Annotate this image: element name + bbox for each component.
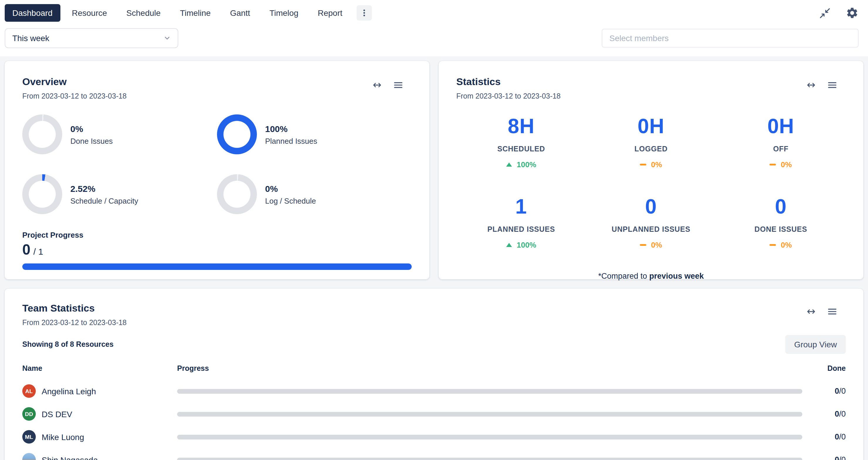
overview-title: Overview — [22, 76, 127, 88]
resource-name: Shin Nagasada — [42, 455, 98, 460]
table-row: ML Mike Luong 0/0 — [22, 425, 846, 448]
donut-schedule-capacity: 2.52% Schedule / Capacity — [22, 174, 217, 214]
done-count: 0/0 — [812, 432, 846, 441]
main-tabs: Dashboard Resource Schedule Timeline Gan… — [5, 4, 372, 22]
table-row: AL Angelina Leigh 0/0 — [22, 379, 846, 402]
overview-date-range: From 2023-03-12 to 2023-03-18 — [22, 92, 127, 100]
project-progress-label: Project Progress — [22, 231, 412, 239]
progress-track — [177, 457, 802, 460]
vertical-ellipsis-icon — [360, 8, 369, 18]
resource-name: Angelina Leigh — [42, 386, 96, 396]
top-nav-actions — [819, 6, 859, 19]
project-progress-fill — [22, 264, 412, 270]
donut-value: 0% — [70, 123, 113, 133]
trend-icon — [770, 164, 776, 165]
avatar: AL — [22, 384, 36, 398]
stat-label: UNPLANNED ISSUES — [586, 225, 716, 234]
widget-menu-button[interactable] — [393, 80, 403, 90]
stat-scheduled: 8H SCHEDULED 100% — [456, 115, 586, 169]
donut-label: Planned Issues — [265, 136, 317, 145]
avatar: ML — [22, 430, 36, 443]
project-progress-bar — [22, 264, 412, 270]
app-root: Dashboard Resource Schedule Timeline Gan… — [0, 0, 868, 460]
tab-timelog[interactable]: Timelog — [262, 4, 306, 22]
trend-icon — [506, 162, 512, 166]
stat-value: 0H — [716, 115, 846, 138]
statistics-card: Statistics From 2023-03-12 to 2023-03-18 — [439, 61, 863, 279]
done-count: 0/0 — [812, 409, 846, 418]
resize-widget-button[interactable] — [806, 80, 816, 90]
stat-value: 0 — [716, 195, 846, 218]
period-select[interactable]: This week — [5, 28, 178, 48]
stat-delta: 0% — [586, 241, 716, 249]
stat-delta: 100% — [456, 241, 586, 249]
donut-chart — [22, 174, 62, 214]
team-table: Name Progress Done AL Angelina Leigh 0/0… — [22, 360, 846, 460]
stat-logged: 0H LOGGED 0% — [586, 115, 716, 169]
donut-planned-issues: 100% Planned Issues — [217, 115, 412, 154]
done-count: 0/0 — [812, 455, 846, 460]
chevron-down-icon — [162, 33, 172, 43]
donut-label: Log / Schedule — [265, 196, 316, 205]
tab-report[interactable]: Report — [310, 4, 350, 22]
widget-menu-button[interactable] — [827, 80, 837, 90]
donut-log-schedule: 0% Log / Schedule — [217, 174, 412, 214]
hamburger-menu-icon — [827, 80, 837, 90]
horizontal-arrows-icon — [806, 80, 816, 90]
donut-value: 100% — [265, 123, 317, 133]
progress-done-count: 0 — [22, 241, 31, 257]
stat-value: 0H — [586, 115, 716, 138]
overview-donut-grid: 0% Done Issues 100% Planned Issues 2.52%… — [22, 115, 412, 214]
stat-value: 8H — [456, 115, 586, 138]
resize-widget-button[interactable] — [806, 306, 816, 317]
tab-gantt[interactable]: Gantt — [222, 4, 258, 22]
collapse-button[interactable] — [819, 7, 831, 19]
select-members-input[interactable] — [602, 29, 859, 48]
stat-label: PLANNED ISSUES — [456, 225, 586, 234]
team-statistics-title: Team Statistics — [22, 303, 127, 314]
group-view-button[interactable]: Group View — [785, 335, 846, 354]
avatar: DD — [22, 407, 36, 421]
tab-timeline[interactable]: Timeline — [173, 4, 218, 22]
tab-dashboard[interactable]: Dashboard — [5, 4, 60, 22]
resize-widget-button[interactable] — [372, 80, 382, 90]
stat-value: 1 — [456, 195, 586, 218]
stat-label: LOGGED — [586, 145, 716, 153]
stat-planned-issues: 1 PLANNED ISSUES 100% — [456, 195, 586, 249]
team-date-range: From 2023-03-12 to 2023-03-18 — [22, 318, 127, 327]
project-progress-count: 0/ 1 — [22, 241, 412, 258]
column-header-progress: Progress — [177, 364, 802, 373]
settings-button[interactable] — [846, 6, 859, 19]
filter-bar: This week — [0, 26, 868, 56]
comparison-footnote: *Compared to previous week — [456, 272, 846, 280]
horizontal-arrows-icon — [806, 306, 816, 317]
tab-resource[interactable]: Resource — [64, 4, 115, 22]
horizontal-arrows-icon — [372, 80, 382, 90]
stat-delta: 0% — [716, 241, 846, 249]
column-header-name: Name — [22, 364, 168, 373]
trend-icon — [640, 244, 646, 246]
donut-label: Schedule / Capacity — [70, 196, 138, 205]
statistics-grid: 8H SCHEDULED 100% 0H LOGGED 0% 0H OFF 0% — [456, 115, 846, 249]
showing-resources-text: Showing 8 of 8 Resources — [22, 340, 114, 348]
statistics-title: Statistics — [456, 76, 561, 88]
stat-delta: 0% — [586, 160, 716, 169]
trend-icon — [640, 164, 646, 165]
stat-label: OFF — [716, 145, 846, 153]
column-header-done: Done — [812, 364, 846, 373]
stat-off: 0H OFF 0% — [716, 115, 846, 169]
more-tabs-button[interactable] — [356, 5, 372, 21]
progress-total-count: / 1 — [33, 246, 43, 256]
stat-delta: 0% — [716, 160, 846, 169]
statistics-date-range: From 2023-03-12 to 2023-03-18 — [456, 92, 561, 100]
tab-schedule[interactable]: Schedule — [119, 4, 168, 22]
avatar — [22, 453, 36, 460]
resource-name: DS DEV — [42, 409, 72, 419]
donut-done-issues: 0% Done Issues — [22, 115, 217, 154]
done-count: 0/0 — [812, 387, 846, 395]
donut-chart — [217, 115, 257, 154]
trend-icon — [506, 243, 512, 247]
period-select-value: This week — [12, 33, 49, 43]
widget-menu-button[interactable] — [827, 306, 837, 317]
table-row: Shin Nagasada 0/0 — [22, 448, 846, 460]
